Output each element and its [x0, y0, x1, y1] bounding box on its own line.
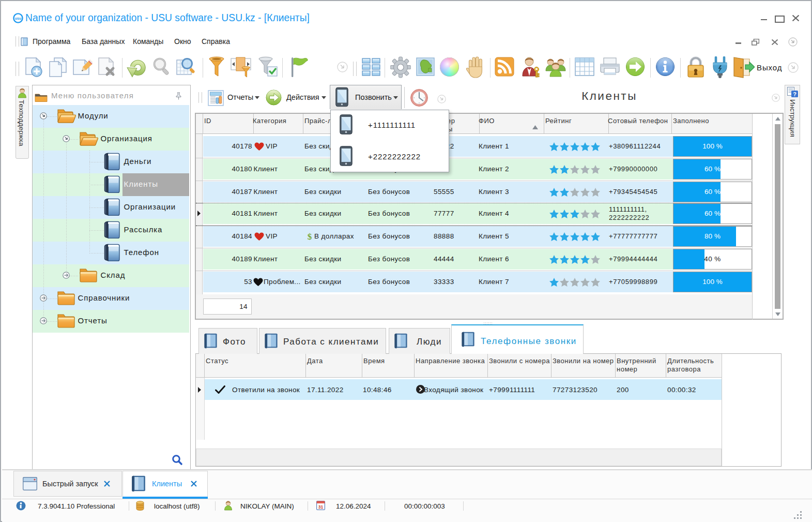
svg-text:?: ?	[793, 91, 796, 97]
svg-text:$: $	[308, 232, 312, 242]
svg-text:31: 31	[318, 504, 324, 510]
svg-text:usu: usu	[15, 17, 21, 20]
